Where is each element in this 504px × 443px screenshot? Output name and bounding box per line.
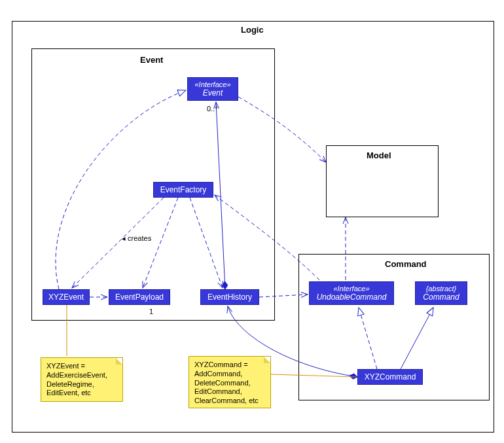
package-command-label: Command bbox=[385, 259, 427, 269]
class-xyz-event: XYZEvent bbox=[43, 289, 90, 305]
class-name: EventFactory bbox=[160, 185, 207, 194]
class-abstract-command: {abstract} Command bbox=[415, 281, 467, 305]
class-name: EventPayload bbox=[115, 292, 164, 302]
note-text: XYZCommand = AddCommand, DeleteCommand, … bbox=[194, 361, 259, 404]
class-name: XYZEvent bbox=[48, 292, 84, 302]
class-name: Event bbox=[203, 88, 223, 97]
class-event-payload: EventPayload bbox=[109, 289, 170, 305]
class-xyz-command: XYZCommand bbox=[357, 369, 423, 385]
note-xyz-command: XYZCommand = AddCommand, DeleteCommand, … bbox=[189, 356, 271, 408]
multiplicity-1: 1 bbox=[149, 308, 153, 315]
class-event-interface: «Interface» Event bbox=[187, 77, 238, 101]
class-name: XYZCommand bbox=[365, 372, 416, 381]
package-logic-label: Logic bbox=[241, 25, 264, 35]
stereotype-label: {abstract} bbox=[426, 285, 456, 292]
class-name: UndoableCommand bbox=[317, 292, 387, 302]
class-name: Command bbox=[423, 292, 459, 302]
class-event-factory: EventFactory bbox=[153, 182, 213, 198]
package-event-label: Event bbox=[140, 55, 163, 65]
class-name: EventHistory bbox=[207, 292, 252, 302]
note-xyz-event: XYZEvent = AddExerciseEvent, DeleteRegim… bbox=[41, 357, 123, 402]
note-text: XYZEvent = AddExerciseEvent, DeleteRegim… bbox=[46, 362, 107, 397]
label-creates: ◂ creates bbox=[122, 234, 151, 243]
stereotype-label: «Interface» bbox=[333, 285, 369, 292]
class-undoable-command: «Interface» UndoableCommand bbox=[309, 281, 394, 305]
class-event-history: EventHistory bbox=[200, 289, 259, 305]
multiplicity-0star: 0..* bbox=[207, 105, 218, 113]
package-model-label: Model bbox=[367, 151, 391, 160]
stereotype-label: «Interface» bbox=[194, 80, 230, 88]
diagram-canvas: Logic Event Model Command «Interface» Ev… bbox=[0, 0, 504, 443]
